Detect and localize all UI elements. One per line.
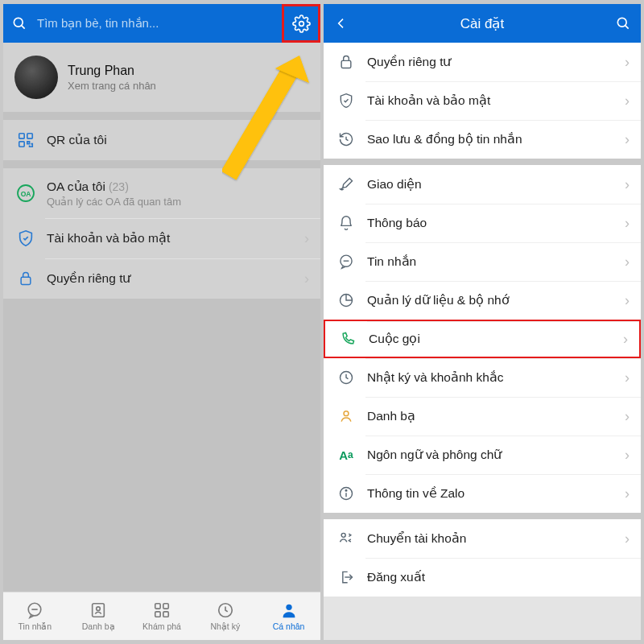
- row-label: Ngôn ngữ và phông chữ: [367, 448, 625, 462]
- oa-row[interactable]: OA OA của tôi(23) Quản lý các OA đã quan…: [3, 168, 320, 218]
- chevron-right-icon: ›: [304, 270, 309, 287]
- svg-text:OA: OA: [21, 190, 31, 198]
- svg-rect-15: [155, 612, 160, 617]
- settings-message-row[interactable]: Tin nhắn ›: [324, 242, 641, 281]
- qr-icon: [14, 129, 37, 151]
- oa-count: (23): [109, 180, 129, 193]
- profile-name: Trung Phan: [68, 64, 156, 78]
- chevron-right-icon: ›: [625, 131, 630, 148]
- lock-icon: [335, 51, 357, 73]
- settings-interface-row[interactable]: Giao diện ›: [324, 165, 641, 204]
- clock-icon: [217, 601, 234, 619]
- svg-rect-16: [163, 612, 168, 617]
- svg-point-30: [341, 533, 345, 537]
- settings-about-row[interactable]: Thông tin về Zalo ›: [324, 474, 641, 513]
- personal-screen: Tìm bạn bè, tin nhắn... Trung Phan Xem t…: [3, 4, 320, 640]
- chevron-right-icon: ›: [625, 485, 630, 502]
- settings-contacts-row[interactable]: Danh bạ ›: [324, 397, 641, 436]
- row-label: Tài khoản và bảo mật: [47, 231, 304, 246]
- header-bar: Tìm bạn bè, tin nhắn...: [3, 4, 320, 43]
- row-label: Tin nhắn: [367, 254, 625, 269]
- row-label: Quyền riêng tư: [367, 55, 625, 69]
- svg-point-0: [14, 18, 23, 27]
- row-label: Cuộc gọi: [369, 332, 623, 346]
- tab-bar: Tin nhắn Danh bạ Khám phá Nhật ký Cá nhâ…: [3, 592, 320, 640]
- logout-icon: [335, 566, 357, 588]
- svg-rect-8: [21, 277, 31, 284]
- contacts-icon: [89, 601, 107, 619]
- info-icon: [335, 482, 357, 505]
- svg-point-29: [345, 489, 347, 491]
- profile-subtitle: Xem trang cá nhân: [68, 80, 156, 92]
- search-icon[interactable]: [613, 14, 633, 33]
- tab-diary[interactable]: Nhật ký: [193, 592, 257, 640]
- tab-personal[interactable]: Cá nhân: [257, 592, 320, 640]
- account-security-row[interactable]: Tài khoản và bảo mật ›: [3, 218, 320, 258]
- search-input[interactable]: Tìm bạn bè, tin nhắn...: [37, 16, 282, 31]
- chevron-right-icon: ›: [625, 530, 630, 547]
- settings-gear-button[interactable]: [282, 4, 320, 43]
- chevron-right-icon: ›: [625, 93, 630, 109]
- row-subtitle: Quản lý các OA đã quan tâm: [47, 196, 309, 208]
- row-label: Tài khoản và bảo mật: [367, 93, 625, 108]
- oa-icon: OA: [14, 182, 37, 204]
- brush-icon: [335, 173, 357, 196]
- svg-point-18: [286, 605, 291, 610]
- settings-diary-row[interactable]: Nhật ký và khoảnh khắc ›: [324, 358, 641, 397]
- row-label: QR của tôi: [47, 133, 309, 147]
- person-icon: [335, 405, 357, 427]
- settings-logout-row[interactable]: Đăng xuất: [324, 558, 641, 597]
- settings-storage-row[interactable]: Quản lý dữ liệu & bộ nhớ ›: [324, 281, 641, 320]
- chevron-right-icon: ›: [625, 447, 630, 464]
- row-label: Sao lưu & đồng bộ tin nhắn: [367, 132, 625, 147]
- header-bar: Cài đặt: [324, 4, 641, 43]
- row-label: Nhật ký và khoảnh khắc: [367, 370, 625, 385]
- settings-call-row[interactable]: Cuộc gọi ›: [324, 320, 641, 358]
- chat-icon: [26, 601, 43, 619]
- settings-notify-row[interactable]: Thông báo ›: [324, 204, 641, 242]
- font-icon: Aa: [335, 444, 357, 466]
- bell-icon: [335, 212, 357, 234]
- pie-icon: [335, 289, 357, 312]
- row-label: Giao diện: [367, 177, 625, 192]
- person-icon: [280, 601, 298, 619]
- row-label: Đăng xuất: [367, 570, 630, 584]
- chevron-right-icon: ›: [625, 292, 630, 309]
- row-label: OA của tôi: [47, 180, 105, 194]
- svg-rect-14: [163, 604, 168, 609]
- message-icon: [335, 250, 357, 273]
- settings-backup-row[interactable]: Sao lưu & đồng bộ tin nhắn ›: [324, 120, 641, 159]
- qr-row[interactable]: QR của tôi: [3, 120, 320, 160]
- settings-switch-account-row[interactable]: Chuyển tài khoản ›: [324, 519, 641, 558]
- tab-discover[interactable]: Khám phá: [130, 592, 194, 640]
- chevron-right-icon: ›: [625, 369, 630, 386]
- svg-rect-21: [341, 60, 351, 68]
- chevron-right-icon: ›: [625, 254, 630, 270]
- svg-point-26: [344, 411, 349, 416]
- tab-contacts[interactable]: Danh bạ: [67, 592, 130, 640]
- lock-icon: [14, 267, 37, 290]
- shield-icon: [335, 89, 357, 112]
- privacy-row[interactable]: Quyền riêng tư ›: [3, 258, 320, 299]
- svg-point-2: [299, 21, 303, 26]
- svg-rect-4: [27, 134, 32, 138]
- chevron-right-icon: ›: [623, 331, 628, 348]
- settings-privacy-row[interactable]: Quyền riêng tư ›: [324, 43, 641, 81]
- chevron-right-icon: ›: [625, 54, 630, 71]
- settings-screen: Cài đặt Quyền riêng tư › Tài khoản và bả…: [324, 4, 641, 640]
- avatar: [14, 56, 58, 99]
- tab-messages[interactable]: Tin nhắn: [3, 592, 67, 640]
- profile-row[interactable]: Trung Phan Xem trang cá nhân: [3, 43, 320, 112]
- search-icon[interactable]: [10, 14, 29, 33]
- history-icon: [335, 128, 357, 151]
- svg-rect-13: [155, 604, 160, 609]
- svg-rect-3: [19, 134, 24, 138]
- chevron-right-icon: ›: [625, 408, 630, 425]
- settings-language-row[interactable]: Aa Ngôn ngữ và phông chữ ›: [324, 436, 641, 474]
- clock-icon: [335, 366, 357, 389]
- phone-icon: [336, 328, 359, 350]
- svg-point-19: [617, 18, 626, 27]
- settings-account-row[interactable]: Tài khoản và bảo mật ›: [324, 81, 641, 120]
- row-label: Quản lý dữ liệu & bộ nhớ: [367, 293, 625, 308]
- row-label: Thông tin về Zalo: [367, 486, 625, 501]
